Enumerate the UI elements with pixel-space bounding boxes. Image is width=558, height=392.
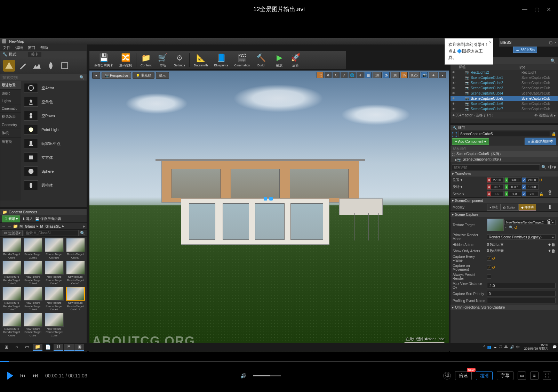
reset-icon[interactable]: ↺ <box>492 266 495 270</box>
maximize-viewport-icon[interactable]: ▾ <box>439 72 446 78</box>
scale-snap-value[interactable]: 0.25 <box>409 72 420 78</box>
asset-item[interactable]: NewTexture RenderTarget Cube3 <box>2 261 22 285</box>
toolbar-源码控制[interactable]: 🔀源码控制 <box>117 52 135 68</box>
add-icon[interactable]: + <box>548 242 551 247</box>
on-move-checkbox[interactable] <box>487 266 491 270</box>
asset-item[interactable]: NewTexture RenderTarget Cube <box>44 313 64 337</box>
folder-icon[interactable]: 📁 <box>13 224 18 229</box>
tray-notifications-icon[interactable]: 💬 <box>552 345 557 349</box>
menu-help[interactable]: 帮助 <box>40 45 48 50</box>
subtitle-button[interactable]: 字幕 <box>497 371 513 380</box>
tray-shield-icon[interactable]: 🛡 <box>499 345 502 349</box>
outliner-col-label[interactable]: 标签 <box>452 65 518 70</box>
secondary-maximize[interactable]: ▢ <box>549 40 552 45</box>
use-selected-icon[interactable]: ← <box>504 226 508 230</box>
epic-taskbar-icon[interactable]: E <box>64 344 74 351</box>
persist-checkbox[interactable] <box>487 275 491 279</box>
omni-header[interactable]: ▸ Omni-directional Stereo Capture <box>451 304 558 310</box>
explorer-taskbar-icon[interactable]: 📁 <box>33 344 42 351</box>
blueprint-button[interactable]: ∞ 蓝图/添加脚本 <box>525 138 556 145</box>
toolbar-Cinematics[interactable]: 🎬Cinematics <box>232 52 253 68</box>
grid-snap-icon[interactable]: ▦ <box>365 72 372 78</box>
geometry-mode-icon[interactable] <box>59 60 71 72</box>
mobility-movable[interactable]: ◆ 可移动 <box>519 204 536 211</box>
search-icon[interactable]: 🔍 <box>80 231 85 236</box>
scale-snap-icon[interactable]: % <box>401 72 408 78</box>
place-mode-icon[interactable] <box>3 60 15 72</box>
outliner-row[interactable]: 👁📷RectLights2RectLight <box>451 70 558 75</box>
secondary-minimize[interactable]: – <box>544 40 547 45</box>
menu-edit[interactable]: 编辑 <box>15 45 23 50</box>
toolbar-播放[interactable]: ▶播放 <box>272 52 287 68</box>
every-frame-checkbox[interactable] <box>487 256 491 261</box>
search-icon[interactable]: 🔍 <box>79 75 85 80</box>
play-button[interactable] <box>7 371 13 380</box>
actor-name[interactable]: RectLights2 <box>471 71 520 74</box>
actor-name[interactable]: SceneCaptureCube1 <box>471 76 520 80</box>
paint-mode-icon[interactable] <box>17 60 29 72</box>
asset-item[interactable]: NewTexture RenderTarget Cube5 <box>44 261 64 285</box>
outliner-row[interactable]: 👁📷SceneCaptureCube2SceneCaptureCub <box>451 80 558 85</box>
outliner-row[interactable]: 👁📷SceneCaptureCube1SceneCaptureCub <box>451 75 558 80</box>
place-item[interactable]: 空Pawn <box>21 109 87 123</box>
view-options-button[interactable]: 👁 视图选项 ▾ <box>534 113 556 118</box>
lock-icon[interactable]: 🔒 <box>551 132 556 136</box>
cb-search-input[interactable] <box>24 230 79 236</box>
next-button[interactable]: ⏭ <box>33 373 38 379</box>
rotation-y[interactable]: Y0.0 ° <box>504 184 521 190</box>
tray-cloud-icon[interactable]: ☁ <box>493 345 497 349</box>
crumb-mglasssl[interactable]: M_GlassSL <box>40 224 61 228</box>
details-search-input[interactable] <box>452 164 540 170</box>
actor-name[interactable]: SceneCaptureCube2 <box>471 81 520 85</box>
asset-item[interactable]: NewTexture RenderTarget Cube9 <box>44 287 64 311</box>
toolbar-Build[interactable]: 🔨Build <box>253 52 269 68</box>
modes-tab[interactable]: 🔧 模式 关卡 <box>0 51 87 57</box>
sort-prio-input[interactable] <box>487 291 556 296</box>
browse-icon[interactable]: 🔍 <box>509 226 513 230</box>
cat-geometry[interactable]: Geometry <box>0 121 21 129</box>
share-icon[interactable]: ⇪ <box>545 188 555 197</box>
cortana-button[interactable]: ○ <box>12 344 22 351</box>
rotation-x[interactable]: X0.0 ° <box>487 184 504 190</box>
delete-icon[interactable]: 🗑 <box>551 242 556 247</box>
place-item[interactable]: 玩家出生点 <box>21 137 87 150</box>
outliner-row[interactable]: 👁📷SceneCaptureCube3SceneCaptureCub <box>451 85 558 91</box>
toolbar-Settings[interactable]: ⚙Settings <box>171 52 188 68</box>
scale-z[interactable]: Z2.5 <box>522 191 539 197</box>
coord-icon[interactable]: 🌐 <box>349 72 356 78</box>
angle-snap-value[interactable]: 10 <box>391 72 400 78</box>
visibility-icon[interactable]: 👁 <box>452 71 456 74</box>
viewport[interactable]: ▾ 📷 Perspective 💡 带光照 显示 ⬚ ✥ ↻ ⤢ 🌐 ⬇ ▦ 1… <box>89 70 449 352</box>
filter-button[interactable]: 🏷 过滤器▾ <box>2 230 23 236</box>
outliner-row[interactable]: 👁📷SceneCaptureCube6SceneCaptureCub <box>451 101 558 106</box>
volume-slider[interactable] <box>253 375 281 376</box>
scale-x[interactable]: X1.0 <box>487 191 504 197</box>
trash-icon[interactable]: 🗑 <box>545 217 555 227</box>
texture-thumbnail[interactable] <box>487 219 504 231</box>
actor-name-input[interactable] <box>459 131 550 137</box>
scenecomponent-header[interactable]: ▾ SceneComponent <box>451 198 558 203</box>
details-eye-icon[interactable]: 👁▾ <box>548 164 556 171</box>
asset-item[interactable]: NewTexture RenderTarget Cube <box>2 313 22 337</box>
tray-ime-icon[interactable]: 中 <box>516 345 520 350</box>
add-new-button[interactable]: 🗋 新增 ▾ <box>2 215 20 222</box>
asset-item[interactable]: RenderTarget Cube1 <box>23 238 43 259</box>
toolbar-市场[interactable]: 🛒市场 <box>155 52 170 68</box>
angle-snap-icon[interactable]: ◔ <box>383 72 390 78</box>
start-button[interactable]: ⊞ <box>1 344 11 351</box>
expand-icon[interactable]: ▸ <box>83 224 85 229</box>
progress-bar[interactable] <box>0 361 558 362</box>
place-item[interactable]: Point Light <box>21 123 87 137</box>
fullscreen-button[interactable]: ⛶ <box>543 371 551 380</box>
component-search-input[interactable] <box>453 147 556 150</box>
tray-volume-icon[interactable]: 🔊 <box>510 345 514 349</box>
perspective-button[interactable]: 📷 Perspective <box>102 72 131 79</box>
visibility-icon[interactable]: 👁 <box>452 102 456 106</box>
mobility-stationary[interactable]: ◐ Station <box>501 204 519 211</box>
asset-item[interactable]: NewTexture RenderTarget Cube8 <box>23 287 43 311</box>
scale-mode-icon[interactable]: ⤢ <box>341 72 348 78</box>
search-icon[interactable]: 🔍 <box>550 58 556 63</box>
back-icon[interactable]: ← <box>2 224 6 229</box>
minimize-button[interactable]: — <box>522 6 527 13</box>
asset-item[interactable]: RenderTarget Cube2 <box>65 238 85 259</box>
